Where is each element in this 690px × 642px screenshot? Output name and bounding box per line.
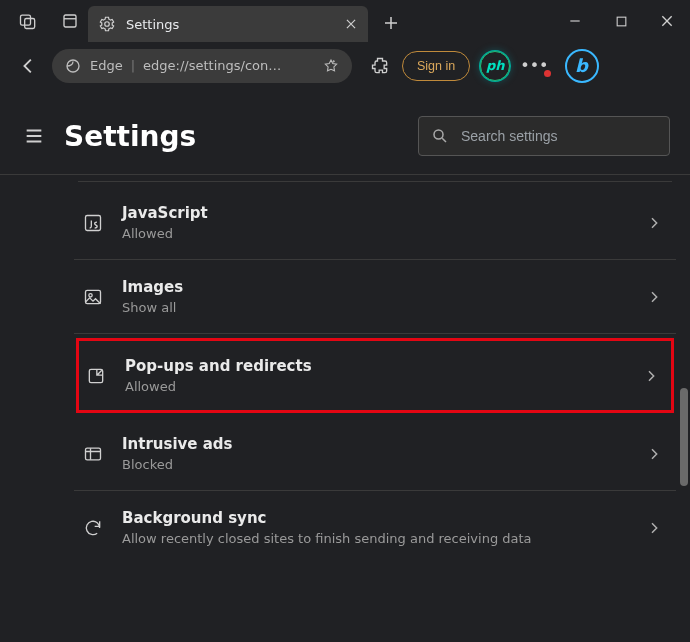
chevron-right-icon	[646, 446, 662, 462]
page-title: Settings	[64, 120, 196, 153]
svg-rect-7	[86, 215, 101, 230]
ads-icon	[82, 443, 104, 465]
more-menu-button[interactable]: •••	[520, 56, 548, 75]
chevron-right-icon	[646, 215, 662, 231]
setting-row-javascript[interactable]: JavaScript Allowed	[74, 186, 676, 260]
scrollbar-thumb[interactable]	[680, 388, 688, 486]
setting-subtitle: Blocked	[122, 457, 628, 472]
js-icon	[82, 212, 104, 234]
address-bar[interactable]: Edge | edge://settings/con…	[52, 49, 352, 83]
chevron-right-icon	[643, 368, 659, 384]
svg-rect-11	[86, 448, 101, 460]
search-icon	[431, 127, 449, 145]
address-brand: Edge	[90, 58, 123, 73]
window-maximize-button[interactable]	[598, 1, 644, 41]
setting-subtitle: Allow recently closed sites to finish se…	[122, 531, 628, 546]
window-close-button[interactable]	[644, 1, 690, 41]
svg-rect-4	[617, 17, 626, 26]
chevron-right-icon	[646, 289, 662, 305]
setting-title: JavaScript	[122, 204, 628, 222]
address-separator: |	[131, 58, 135, 73]
search-input[interactable]	[461, 128, 657, 144]
workspaces-icon[interactable]	[18, 11, 38, 31]
alert-dot-icon	[544, 70, 551, 77]
address-url: edge://settings/con…	[143, 58, 314, 73]
window-titlebar: Settings	[0, 0, 690, 42]
profile-badge[interactable]: ph	[480, 51, 510, 81]
setting-subtitle: Allowed	[122, 226, 628, 241]
sync-icon	[82, 517, 104, 539]
setting-row-background-sync[interactable]: Background sync Allow recently closed si…	[74, 491, 676, 564]
image-icon	[82, 286, 104, 308]
search-settings-box[interactable]	[418, 116, 670, 156]
divider	[78, 181, 672, 182]
setting-row-images[interactable]: Images Show all	[74, 260, 676, 334]
browser-tab[interactable]: Settings	[88, 6, 368, 42]
setting-subtitle: Allowed	[125, 379, 625, 394]
setting-title: Background sync	[122, 509, 628, 527]
menu-button[interactable]	[22, 124, 46, 148]
browser-toolbar: Edge | edge://settings/con… Sign in ph •…	[0, 42, 690, 90]
chevron-right-icon	[646, 520, 662, 536]
profile-badge-text: ph	[486, 58, 505, 73]
settings-header: Settings	[0, 90, 690, 175]
svg-rect-2	[64, 15, 76, 27]
back-button[interactable]	[16, 53, 42, 79]
svg-point-6	[434, 130, 443, 139]
edge-logo-icon	[64, 57, 82, 75]
new-tab-button[interactable]	[374, 6, 408, 40]
svg-point-9	[89, 293, 92, 296]
popup-icon	[85, 365, 107, 387]
svg-rect-1	[25, 19, 35, 29]
bing-icon: b	[575, 55, 588, 76]
setting-subtitle: Show all	[122, 300, 628, 315]
gear-icon	[98, 15, 116, 33]
favorite-icon[interactable]	[322, 57, 340, 75]
setting-title: Images	[122, 278, 628, 296]
setting-title: Pop-ups and redirects	[125, 357, 625, 375]
sign-in-button[interactable]: Sign in	[402, 51, 470, 81]
setting-row-intrusive-ads[interactable]: Intrusive ads Blocked	[74, 417, 676, 491]
sign-in-label: Sign in	[417, 59, 455, 73]
settings-content: JavaScript Allowed Images Show all Pop-u…	[0, 175, 690, 564]
bing-chat-button[interactable]: b	[565, 49, 599, 83]
tab-close-icon[interactable]	[344, 17, 358, 31]
setting-row-popups[interactable]: Pop-ups and redirects Allowed	[76, 338, 674, 413]
tab-actions-icon[interactable]	[60, 11, 80, 31]
setting-title: Intrusive ads	[122, 435, 628, 453]
tab-title: Settings	[126, 17, 334, 32]
extensions-icon[interactable]	[368, 54, 392, 78]
window-minimize-button[interactable]	[552, 1, 598, 41]
svg-rect-0	[21, 15, 31, 25]
svg-point-3	[105, 22, 110, 27]
